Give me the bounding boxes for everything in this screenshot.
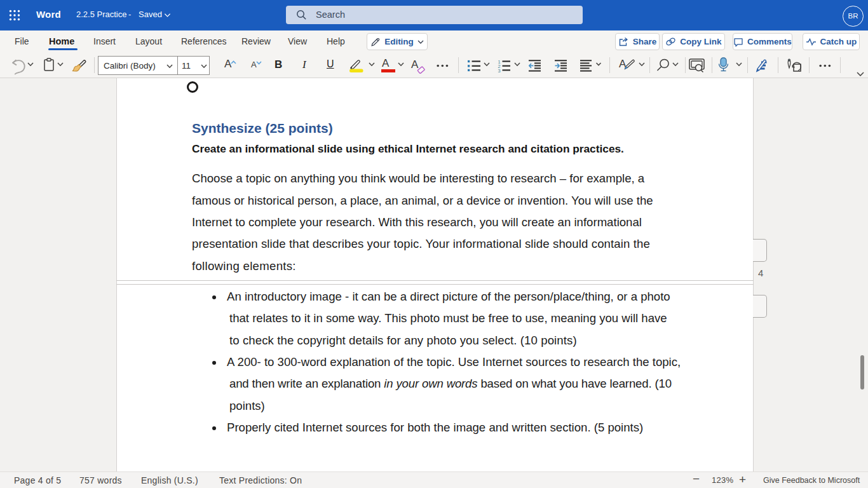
svg-text:3: 3: [498, 68, 501, 73]
